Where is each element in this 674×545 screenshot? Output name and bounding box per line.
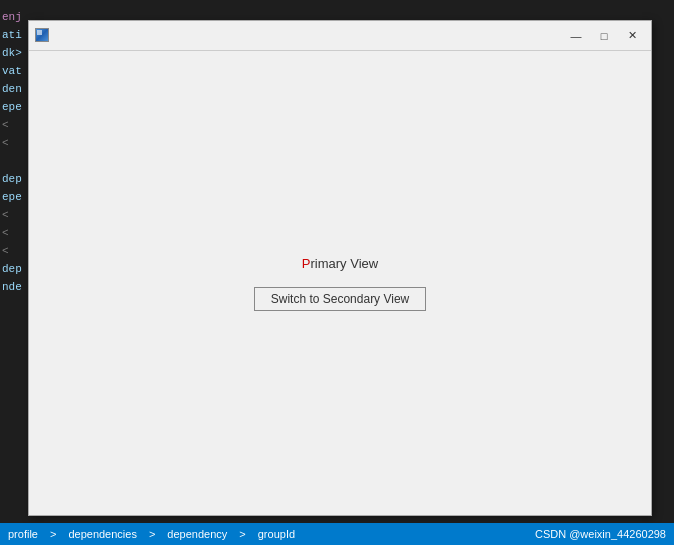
- switch-to-secondary-button[interactable]: Switch to Secondary View: [254, 287, 427, 311]
- status-groupid: groupId: [258, 528, 295, 540]
- status-dependency: dependency: [167, 528, 227, 540]
- dialog-window: — □ ✕ Primary View Switch to Secondary V…: [28, 20, 652, 516]
- minimize-button[interactable]: —: [563, 26, 589, 46]
- dialog-controls: — □ ✕: [563, 26, 645, 46]
- status-sep-2: >: [149, 528, 155, 540]
- status-bar: profile > dependencies > dependency > gr…: [0, 523, 674, 545]
- maximize-button[interactable]: □: [591, 26, 617, 46]
- dialog-app-icon: [35, 28, 51, 44]
- dialog-titlebar: — □ ✕: [29, 21, 651, 51]
- status-right-text: CSDN @weixin_44260298: [535, 528, 666, 540]
- status-profile: profile: [8, 528, 38, 540]
- background-editor: enj ati dk> vat den epe < < dep epe < < …: [0, 0, 30, 545]
- status-sep-1: >: [50, 528, 56, 540]
- primary-view-label: Primary View: [302, 256, 378, 271]
- status-sep-3: >: [239, 528, 245, 540]
- primary-label-p: Primary View: [302, 256, 378, 271]
- close-button[interactable]: ✕: [619, 26, 645, 46]
- status-dependencies: dependencies: [68, 528, 137, 540]
- dialog-content: Primary View Switch to Secondary View: [29, 51, 651, 515]
